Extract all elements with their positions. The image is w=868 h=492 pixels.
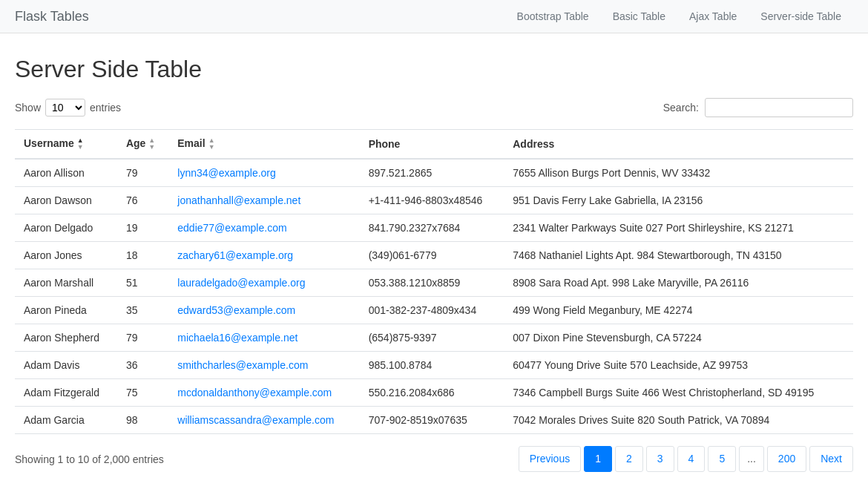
show-entries: Show 102550100 entries [15,99,121,117]
navbar-brand[interactable]: Flask Tables [15,9,89,24]
pagination-page-1[interactable]: 1 [584,446,612,472]
pagination-page-3[interactable]: 3 [646,446,674,472]
cell-username: Aaron Delgado [15,214,117,242]
pagination: Previous12345...200Next [519,446,853,472]
navbar: Flask Tables Bootstrap TableBasic TableA… [0,0,868,33]
cell-email: michaela16@example.net [168,324,359,352]
table-row: Adam Davis36smithcharles@example.com985.… [15,352,853,379]
table-header-row: Username▲▼Age▲▼Email▲▼PhoneAddress [15,130,853,160]
cell-email: mcdonaldanthony@example.com [168,379,359,407]
pagination-page-4[interactable]: 4 [677,446,706,472]
cell-address: 7655 Allison Burgs Port Dennis, WV 33432 [504,159,853,187]
navbar-link-ajax-table[interactable]: Ajax Table [677,0,749,33]
cell-age: 35 [117,297,168,324]
navbar-link-server-side-table[interactable]: Server-side Table [749,0,853,33]
table-row: Aaron Pineda35edward53@example.com001-38… [15,297,853,324]
cell-age: 19 [117,214,168,242]
cell-username: Adam Fitzgerald [15,379,117,407]
email-link[interactable]: lauradelgado@example.org [177,277,305,289]
cell-email: eddie77@example.com [168,214,359,242]
navbar-link-bootstrap-table[interactable]: Bootstrap Table [505,0,601,33]
email-link[interactable]: jonathanhall@example.net [177,194,300,206]
cell-phone: 001-382-237-4809x434 [360,297,504,324]
cell-address: 2341 Walter Parkways Suite 027 Port Shir… [504,214,853,242]
cell-address: 7468 Nathaniel Lights Apt. 984 Stewartbo… [504,242,853,269]
pagination-page-2[interactable]: 2 [615,446,643,472]
email-link[interactable]: williamscassandra@example.com [177,414,334,426]
cell-email: edward53@example.com [168,297,359,324]
email-link[interactable]: lynn34@example.org [177,167,276,179]
cell-age: 76 [117,187,168,214]
pagination-previous[interactable]: Previous [519,446,581,472]
entries-select[interactable]: 102550100 [45,99,85,117]
cell-address: 60477 Young Drive Suite 570 Leachside, A… [504,352,853,379]
email-sort-icon: ▲▼ [208,137,215,151]
email-link[interactable]: eddie77@example.com [177,222,286,234]
show-label: Show [15,102,41,114]
cell-phone: 053.388.1210x8859 [360,269,504,297]
cell-phone: 707-902-8519x07635 [360,407,504,434]
pagination-ellipsis: ... [739,446,764,472]
navbar-link-basic-table[interactable]: Basic Table [601,0,677,33]
email-link[interactable]: zachary61@example.org [177,249,293,261]
table-row: Aaron Jones18zachary61@example.org(349)0… [15,242,853,269]
email-link[interactable]: mcdonaldanthony@example.com [177,387,332,398]
pagination-last[interactable]: 200 [767,446,806,472]
email-link[interactable]: smithcharles@example.com [177,359,308,371]
col-header-age[interactable]: Age▲▼ [117,130,168,160]
cell-age: 75 [117,379,168,407]
cell-email: lynn34@example.org [168,159,359,187]
pagination-next[interactable]: Next [809,446,853,472]
cell-username: Aaron Allison [15,159,117,187]
cell-phone: +1-411-946-8803x48546 [360,187,504,214]
controls-row: Show 102550100 entries Search: [15,98,853,117]
cell-phone: 550.216.2084x686 [360,379,504,407]
data-table: Username▲▼Age▲▼Email▲▼PhoneAddress Aaron… [15,129,853,434]
cell-email: lauradelgado@example.org [168,269,359,297]
cell-email: zachary61@example.org [168,242,359,269]
cell-phone: 985.100.8784 [360,352,504,379]
cell-username: Aaron Dawson [15,187,117,214]
cell-age: 79 [117,159,168,187]
table-row: Aaron Dawson76jonathanhall@example.net+1… [15,187,853,214]
cell-address: 499 Wong Field Meganbury, ME 42274 [504,297,853,324]
col-header-username[interactable]: Username▲▼ [15,130,117,160]
table-row: Aaron Marshall51lauradelgado@example.org… [15,269,853,297]
age-sort-icon: ▲▼ [148,137,155,151]
search-input[interactable] [705,98,853,117]
email-link[interactable]: michaela16@example.net [177,332,297,344]
page-title: Server Side Table [15,56,853,83]
cell-username: Aaron Marshall [15,269,117,297]
cell-phone: 841.790.2327x7684 [360,214,504,242]
search-label: Search: [663,102,699,114]
cell-address: 7042 Morales Drives Suite 820 South Patr… [504,407,853,434]
table-row: Adam Garcia98williamscassandra@example.c… [15,407,853,434]
cell-phone: 897.521.2865 [360,159,504,187]
search-area: Search: [663,98,853,117]
cell-age: 51 [117,269,168,297]
pagination-page-5[interactable]: 5 [708,446,736,472]
email-link[interactable]: edward53@example.com [177,304,295,316]
table-head: Username▲▼Age▲▼Email▲▼PhoneAddress [15,130,853,160]
username-sort-icon: ▲▼ [77,137,84,151]
cell-username: Aaron Shepherd [15,324,117,352]
cell-address: 007 Dixon Pine Stevensburgh, CA 57224 [504,324,853,352]
cell-age: 18 [117,242,168,269]
cell-age: 79 [117,324,168,352]
cell-email: jonathanhall@example.net [168,187,359,214]
col-header-address: Address [504,130,853,160]
cell-address: 951 Davis Ferry Lake Gabriella, IA 23156 [504,187,853,214]
col-header-email[interactable]: Email▲▼ [168,130,359,160]
table-row: Aaron Shepherd79michaela16@example.net(6… [15,324,853,352]
table-body: Aaron Allison79lynn34@example.org897.521… [15,159,853,434]
table-row: Aaron Allison79lynn34@example.org897.521… [15,159,853,187]
entries-label: entries [90,102,121,114]
cell-phone: (349)061-6779 [360,242,504,269]
main-content: Server Side Table Show 102550100 entries… [0,33,868,487]
cell-email: smithcharles@example.com [168,352,359,379]
cell-address: 8908 Sara Road Apt. 998 Lake Maryville, … [504,269,853,297]
cell-username: Aaron Jones [15,242,117,269]
table-wrapper: Username▲▼Age▲▼Email▲▼PhoneAddress Aaron… [15,129,853,434]
table-row: Adam Fitzgerald75mcdonaldanthony@example… [15,379,853,407]
cell-address: 7346 Campbell Burgs Suite 466 West Chris… [504,379,853,407]
